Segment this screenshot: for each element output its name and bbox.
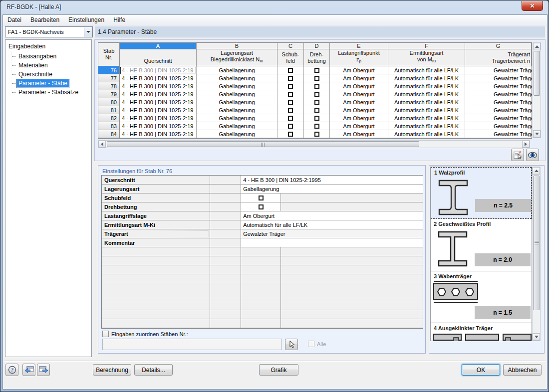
menu-datei[interactable]: Datei: [3, 15, 26, 24]
cell-schubfeld[interactable]: [277, 122, 304, 130]
cell-lastangriffspunkt[interactable]: Am Obergurt: [330, 90, 388, 98]
cell-schubfeld[interactable]: [277, 106, 304, 114]
drehbettung-checkbox[interactable]: [314, 108, 319, 113]
cell-ermittlungsart[interactable]: Automatisch für alle LF/LK: [388, 82, 465, 90]
cell-lagerungsart[interactable]: Gabellagerung: [197, 66, 277, 74]
settings-value-querschnitt[interactable]: 4 - HE B 300 | DIN 1025-2:1995: [241, 176, 423, 185]
cell-drehbettung[interactable]: [304, 82, 330, 90]
cell-drehbettung[interactable]: [304, 66, 330, 74]
profile-item-walzprofil[interactable]: 1 Walzprofil n = 2.5: [431, 167, 532, 219]
ok-button[interactable]: OK: [462, 364, 500, 376]
cell-traegerart[interactable]: Gewalzter Träge: [465, 74, 532, 82]
help-button[interactable]: ?: [5, 364, 18, 376]
cell-lastangriffspunkt[interactable]: Am Obergurt: [330, 66, 388, 74]
column-letter-e[interactable]: E: [330, 43, 388, 49]
cell-lagerungsart[interactable]: Gabellagerung: [197, 90, 277, 98]
drehbettung-checkbox[interactable]: [259, 204, 264, 209]
chevron-down-icon[interactable]: [84, 27, 92, 37]
cell-querschnitt[interactable]: 4 - HE B 300 | DIN 1025-2:19: [120, 122, 197, 130]
settings-checkbox-cell[interactable]: [241, 202, 281, 211]
menu-einstellungen[interactable]: Einstellungen: [64, 15, 109, 24]
drehbettung-checkbox[interactable]: [314, 124, 319, 129]
profile-item-geschweisstes-profil[interactable]: 2 Geschweißtes Profil n = 2.0: [431, 219, 532, 271]
menu-hilfe[interactable]: Hilfe: [109, 15, 130, 24]
cell-lastangriffspunkt[interactable]: Am Obergurt: [330, 114, 388, 122]
cell-ermittlungsart[interactable]: Automatisch für alle LF/LK: [388, 90, 465, 98]
cell-lagerungsart[interactable]: Gabellagerung: [197, 130, 277, 138]
menu-bearbeiten[interactable]: Bearbeiten: [26, 15, 64, 24]
abbrechen-button[interactable]: Abbrechen: [503, 364, 542, 376]
cell-ermittlungsart[interactable]: Automatisch für alle LF/LK: [388, 122, 465, 130]
cell-drehbettung[interactable]: [304, 98, 330, 106]
scroll-left-button[interactable]: [98, 141, 106, 148]
cell-schubfeld[interactable]: [277, 98, 304, 106]
settings-checkbox-cell[interactable]: [241, 194, 281, 202]
scroll-up-button[interactable]: [533, 167, 540, 175]
profile-item-ausgeklinkter-traeger[interactable]: 4 Ausgeklinkter Träger: [431, 323, 532, 341]
cell-querschnitt[interactable]: 4 - HE B 300 | DIN 1025-2:19: [120, 106, 197, 114]
berechnung-button[interactable]: Berechnung: [93, 364, 131, 376]
cell-ermittlungsart[interactable]: Automatisch für alle LF/LK: [388, 106, 465, 114]
horizontal-scroll-thumb[interactable]: [107, 141, 419, 147]
schubfeld-checkbox[interactable]: [288, 132, 293, 137]
table-horizontal-scrollbar[interactable]: [98, 140, 530, 148]
cell-lastangriffspunkt[interactable]: Am Obergurt: [330, 122, 388, 130]
settings-value-lastangriffslage[interactable]: Am Obergurt: [241, 211, 423, 220]
vertical-scroll-thumb[interactable]: [534, 51, 540, 96]
drehbettung-checkbox[interactable]: [314, 68, 319, 73]
cell-lagerungsart[interactable]: Gabellagerung: [197, 122, 277, 130]
row-number[interactable]: 82: [98, 114, 120, 122]
nav-item-parameter-staebe[interactable]: Parameter - Stäbe: [17, 79, 69, 87]
settings-value-traegerart[interactable]: Gewalzter Träger: [241, 229, 423, 238]
cell-traegerart[interactable]: Gewalzter Träge: [465, 90, 532, 98]
cell-traegerart[interactable]: Gewalzter Träge: [465, 98, 532, 106]
grafik-button[interactable]: Grafik: [259, 364, 298, 376]
assign-pick-button[interactable]: [285, 339, 298, 350]
cell-ermittlungsart[interactable]: Automatisch für alle LF/LK: [388, 74, 465, 82]
scroll-down-button[interactable]: [533, 333, 540, 341]
cell-schubfeld[interactable]: [277, 66, 304, 74]
row-number[interactable]: 83: [98, 122, 120, 130]
cell-traegerart[interactable]: Gewalzter Träge: [465, 82, 532, 90]
column-letter-b[interactable]: B: [197, 43, 277, 49]
settings-value-lagerungsart[interactable]: Gabellagerung: [241, 185, 423, 194]
cell-schubfeld[interactable]: [277, 90, 304, 98]
cell-ermittlungsart[interactable]: Automatisch für alle LF/LK: [388, 130, 465, 138]
cell-drehbettung[interactable]: [304, 130, 330, 138]
cell-schubfeld[interactable]: [277, 114, 304, 122]
table-vertical-scrollbar[interactable]: [533, 42, 541, 138]
drehbettung-checkbox[interactable]: [314, 116, 319, 121]
cell-lastangriffspunkt[interactable]: Am Obergurt: [330, 130, 388, 138]
profiles-scroll-thumb[interactable]: [533, 176, 540, 310]
cell-traegerart[interactable]: Gewalzter Träge: [465, 122, 532, 130]
row-number[interactable]: 77: [98, 74, 120, 82]
cell-lagerungsart[interactable]: Gabellagerung: [197, 106, 277, 114]
cell-lagerungsart[interactable]: Gabellagerung: [197, 74, 277, 82]
nav-item-basisangaben[interactable]: Basisangaben: [17, 52, 58, 60]
cell-traegerart[interactable]: Gewalzter Träge: [465, 114, 532, 122]
schubfeld-checkbox[interactable]: [288, 116, 293, 121]
cell-lagerungsart[interactable]: Gabellagerung: [197, 82, 277, 90]
column-letter-c[interactable]: C: [277, 43, 304, 49]
cell-lastangriffspunkt[interactable]: Am Obergurt: [330, 98, 388, 106]
settings-value-kommentar[interactable]: [241, 238, 423, 247]
cell-lastangriffspunkt[interactable]: Am Obergurt: [330, 106, 388, 114]
row-number[interactable]: 79: [98, 90, 120, 98]
cell-lastangriffspunkt[interactable]: Am Obergurt: [330, 82, 388, 90]
cell-traegerart[interactable]: Gewalzter Träge: [465, 130, 532, 138]
cell-querschnitt[interactable]: 4 - HE B 300 | DIN 1025-2:19: [120, 66, 197, 74]
schubfeld-checkbox[interactable]: [288, 124, 293, 129]
schubfeld-checkbox[interactable]: [288, 84, 293, 89]
drehbettung-checkbox[interactable]: [314, 92, 319, 97]
scroll-down-button[interactable]: [533, 130, 541, 138]
cell-ermittlungsart[interactable]: Automatisch für alle LF/LK: [388, 114, 465, 122]
drehbettung-checkbox[interactable]: [314, 100, 319, 105]
row-number[interactable]: 84: [98, 130, 120, 138]
nav-item-parameter-stabsaetze[interactable]: Parameter - Stabsätze: [17, 88, 80, 96]
case-selector-dropdown[interactable]: FA1 - BGDK-Nachweis: [5, 26, 93, 37]
column-letter-g[interactable]: G: [465, 43, 532, 49]
cell-lastangriffspunkt[interactable]: Am Obergurt: [330, 74, 388, 82]
cell-drehbettung[interactable]: [304, 90, 330, 98]
scroll-right-button[interactable]: [522, 141, 530, 148]
cell-schubfeld[interactable]: [277, 74, 304, 82]
